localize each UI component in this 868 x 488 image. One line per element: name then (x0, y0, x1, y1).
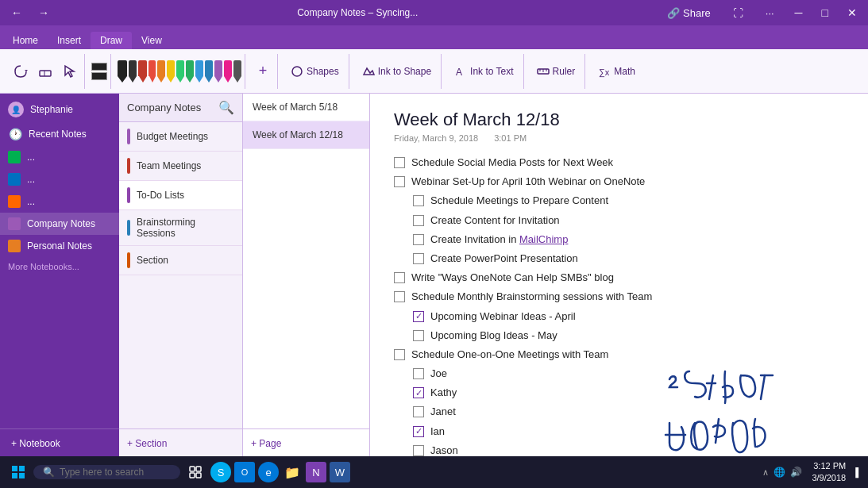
maximize-button[interactable]: □ (817, 5, 833, 21)
sidebar-label-nb1: ... (27, 152, 35, 163)
pen-8[interactable] (186, 60, 194, 83)
select-tool[interactable] (59, 60, 81, 83)
show-desktop-button[interactable]: ▌ (855, 467, 862, 477)
checkbox-8[interactable] (394, 291, 405, 302)
sidebar-item-nb3[interactable]: ... (0, 190, 119, 213)
pen-4[interactable] (149, 60, 156, 83)
checkbox-7[interactable] (394, 272, 405, 283)
edge-taskbar-icon[interactable]: e (258, 462, 279, 482)
back-button[interactable]: ← (6, 5, 27, 21)
section-bar-team (127, 158, 130, 174)
section-general[interactable]: Section (119, 246, 242, 275)
pen-10[interactable] (205, 60, 213, 83)
handwriting-annotation (662, 363, 820, 456)
handwriting-svg (662, 363, 820, 456)
section-brainstorm[interactable]: Brainstorming Sessions (119, 210, 242, 246)
task-9: ✓ Upcoming Webinar Ideas - April (413, 309, 844, 324)
tab-insert[interactable]: Insert (48, 32, 91, 49)
tab-view[interactable]: View (132, 32, 172, 49)
pen-2[interactable] (129, 60, 137, 83)
ink-to-text-button[interactable]: A Ink to Text (448, 56, 519, 87)
task-view-button[interactable] (183, 460, 207, 484)
more-options-button[interactable]: ··· (759, 6, 781, 21)
tray-arrow[interactable]: ∧ (762, 467, 769, 478)
add-section-button[interactable]: + Section (127, 438, 167, 449)
checkbox-1[interactable] (394, 157, 405, 168)
task-text-5: Create Invitation in MailChimp (430, 232, 568, 247)
checkbox-13[interactable]: ✓ (413, 387, 424, 398)
sidebar-item-nb1[interactable]: ... (0, 146, 119, 168)
sidebar-item-personal[interactable]: Personal Notes (0, 235, 119, 257)
network-icon: 🌐 (773, 467, 785, 478)
taskbar-search-input[interactable] (60, 467, 171, 478)
page-item-2[interactable]: Week of March 12/18 (243, 121, 369, 149)
start-button[interactable] (6, 460, 30, 484)
expand-button[interactable]: ⛶ (727, 6, 750, 21)
notebook-icon-1 (8, 151, 21, 163)
color-picker[interactable] (91, 63, 107, 80)
pen-7[interactable] (176, 60, 184, 83)
taskbar-left: 🔍 S O e 📁 N W (6, 460, 350, 484)
outlook-taskbar-icon[interactable]: O (234, 462, 255, 482)
shapes-button[interactable]: Shapes (284, 56, 345, 87)
checkbox-4[interactable] (413, 215, 424, 226)
checkbox-14[interactable] (413, 406, 424, 417)
share-button[interactable]: 🔗 Share (661, 6, 716, 21)
user-profile[interactable]: 👤 Stephanie (0, 97, 119, 122)
section-bar-brainstorm (127, 220, 130, 236)
pen-13[interactable] (233, 60, 241, 83)
svg-rect-19 (196, 467, 201, 471)
pen-11[interactable] (214, 60, 222, 83)
math-button[interactable]: ∑x Math (592, 56, 642, 87)
checkbox-11[interactable] (394, 349, 405, 360)
taskbar-search-box[interactable]: 🔍 (33, 465, 180, 479)
pen-12[interactable] (224, 60, 232, 83)
mailchimp-link[interactable]: MailChimp (519, 233, 568, 245)
window-title: Company Notes – Syncing... (54, 7, 661, 18)
checkbox-5[interactable] (413, 234, 424, 245)
checkbox-15[interactable]: ✓ (413, 426, 424, 437)
minimize-button[interactable]: ─ (790, 5, 808, 21)
section-budget[interactable]: Budget Meetings (119, 122, 242, 152)
tab-home[interactable]: Home (3, 32, 48, 49)
checkbox-16[interactable] (413, 445, 424, 456)
notebook-icon-2 (8, 173, 21, 186)
sidebar-item-company[interactable]: Company Notes (0, 213, 119, 235)
ink-to-shape-button[interactable]: Ink to Shape (356, 56, 438, 87)
add-page-button[interactable]: + Page (251, 438, 281, 449)
checkbox-9[interactable]: ✓ (413, 311, 424, 322)
section-team[interactable]: Team Meetings (119, 152, 242, 181)
section-todo[interactable]: To-Do Lists (119, 181, 242, 210)
ruler-button[interactable]: Ruler (530, 56, 582, 87)
forward-button[interactable]: → (33, 5, 54, 21)
explorer-taskbar-icon[interactable]: 📁 (282, 462, 303, 482)
pen-1[interactable] (118, 60, 127, 83)
pen-3[interactable] (138, 60, 147, 83)
pen-9[interactable] (195, 60, 203, 83)
eraser-tool[interactable] (34, 60, 56, 83)
task-text-12: Joe (430, 367, 447, 381)
sidebar-label-personal: Personal Notes (27, 240, 92, 252)
lasso-tool[interactable] (10, 60, 32, 83)
sections-search-button[interactable]: 🔍 (218, 100, 234, 115)
pen-5[interactable] (157, 60, 165, 83)
onenote-taskbar-icon[interactable]: N (306, 462, 326, 482)
checkbox-12[interactable] (413, 368, 424, 379)
svg-text:A: A (456, 67, 462, 78)
close-button[interactable]: ✕ (843, 5, 862, 21)
skype-taskbar-icon[interactable]: S (210, 462, 231, 482)
more-notebooks-link[interactable]: More Notebooks... (0, 257, 119, 276)
task-text-1: Schedule Social Media Posts for Next Wee… (411, 156, 613, 170)
sidebar-item-recent[interactable]: 🕐 Recent Notes (0, 122, 119, 146)
checkbox-2[interactable] (394, 176, 405, 187)
pen-6[interactable] (167, 60, 175, 83)
add-notebook-button[interactable]: + Notebook (8, 435, 64, 452)
page-item-1[interactable]: Week of March 5/18 (243, 94, 369, 121)
checkbox-3[interactable] (413, 195, 424, 206)
add-pen-button[interactable]: + (252, 60, 274, 83)
checkbox-6[interactable] (413, 253, 424, 264)
tab-draw[interactable]: Draw (91, 32, 132, 49)
sidebar-item-nb2[interactable]: ... (0, 168, 119, 190)
checkbox-10[interactable] (413, 330, 424, 341)
word-taskbar-icon[interactable]: W (330, 462, 350, 482)
